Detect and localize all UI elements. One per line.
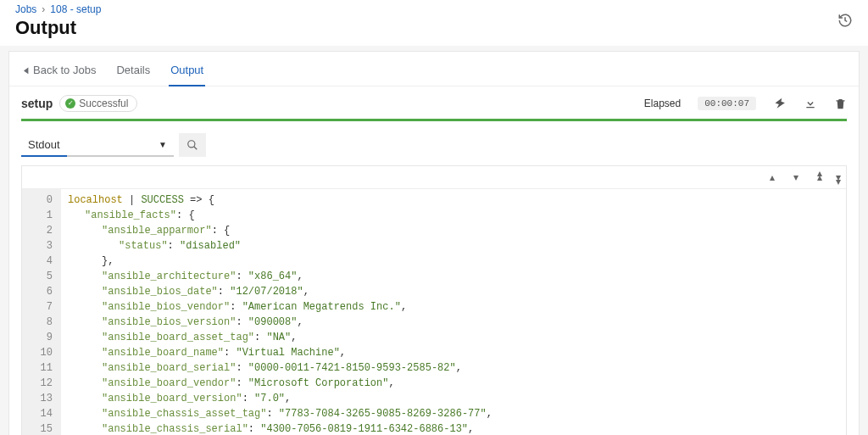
search-icon (186, 139, 198, 151)
status-badge: ✓ Successful (59, 95, 137, 112)
output-nav: ▴ ▾ ▴▴ ▾▾ (22, 166, 846, 189)
tab-back-label: Back to Jobs (33, 64, 96, 76)
tab-back-to-jobs[interactable]: ◀ Back to Jobs (21, 60, 97, 86)
output-code-block: 0123456789101112131415161718 localhost |… (22, 189, 846, 435)
scroll-down-icon[interactable]: ▾ (793, 171, 798, 183)
chevron-down-icon: ▼ (159, 140, 167, 149)
tab-output[interactable]: Output (169, 60, 205, 86)
code-content: localhost | SUCCESS => {"ansible_facts":… (61, 189, 499, 435)
line-gutter: 0123456789101112131415161718 (22, 189, 61, 435)
elapsed-label: Elapsed (644, 98, 681, 109)
breadcrumb-current-link[interactable]: 108 - setup (50, 3, 101, 15)
delete-icon[interactable] (834, 98, 847, 110)
tab-details[interactable]: Details (114, 60, 152, 86)
stdout-label: Stdout (28, 138, 60, 151)
breadcrumb-separator: › (42, 3, 45, 15)
progress-bar (21, 119, 847, 121)
search-button[interactable] (179, 133, 206, 157)
status-label: Successful (79, 98, 128, 109)
download-icon[interactable] (804, 97, 817, 110)
elapsed-time: 00:00:07 (698, 97, 756, 110)
stdout-dropdown[interactable]: Stdout ▼ (21, 133, 174, 157)
page-title: Output (15, 17, 101, 39)
caret-left-icon: ◀ (24, 65, 29, 75)
tabs: ◀ Back to Jobs Details Output (9, 52, 859, 86)
breadcrumb: Jobs › 108 - setup (15, 3, 101, 15)
breadcrumb-jobs-link[interactable]: Jobs (15, 3, 36, 15)
job-name: setup (21, 97, 53, 110)
history-icon[interactable] (837, 13, 853, 31)
check-icon: ✓ (65, 98, 75, 109)
relaunch-icon[interactable] (773, 97, 787, 110)
svg-line-1 (194, 147, 198, 150)
svg-point-0 (188, 141, 195, 148)
scroll-up-icon[interactable]: ▴ (770, 171, 775, 183)
